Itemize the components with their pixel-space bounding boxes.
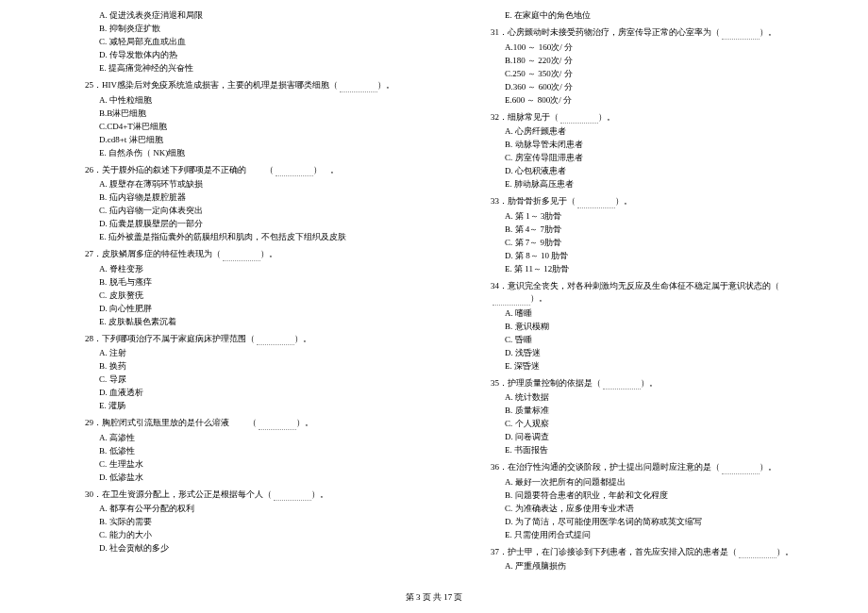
option-text: A. 腹壁存在薄弱环节或缺损 [99, 178, 406, 191]
option-text: E. 提高痛觉神经的兴奋性 [99, 62, 406, 75]
option-text: B. 疝内容物是腹腔脏器 [99, 191, 406, 205]
option-text: E. 皮肤黏膜色素沉着 [99, 316, 406, 329]
question-text: 35．护理质量控制的依据是（）。 [491, 377, 811, 390]
option-text: B. 换药 [99, 360, 406, 373]
answer-blank [275, 165, 313, 176]
option-text: E. 深昏迷 [505, 360, 811, 373]
option-text: A. 都享有公平分配的权利 [99, 503, 406, 516]
question-text: 32．细脉常见于（）。 [491, 111, 811, 124]
option-text: D. 浅昏迷 [505, 347, 811, 360]
option-text: B. 脱毛与瘙痒 [99, 276, 406, 290]
answer-blank [560, 112, 598, 124]
answer-blank [603, 378, 641, 389]
option-text: B. 问题要符合患者的职业，年龄和文化程度 [505, 489, 811, 503]
option-text: A. 注射 [99, 347, 406, 360]
option-text: C. 房室传导阻滞患者 [505, 152, 811, 165]
option-text: D. 向心性肥胖 [99, 303, 406, 316]
answer-blank [223, 250, 260, 261]
option-text: A. 严重颅脑损伤 [505, 560, 811, 573]
question-text: 25．HIV感染后对免疫系统造成损害，主要的机理是损害哪类细胞（）。 [85, 79, 406, 92]
option-text: B. 实际的需要 [99, 516, 406, 529]
option-text: D. 疝囊是腹膜壁层的一部分 [99, 218, 406, 231]
answer-blank [340, 81, 377, 92]
option-text: A. 最好一次把所有的问题都提出 [505, 476, 811, 489]
option-text: C. 能力的大小 [99, 529, 406, 542]
option-text: C.CD4+T淋巴细胞 [99, 121, 406, 134]
option-text: B. 抑制炎症扩散 [99, 23, 406, 36]
option-text: B. 动脉导管未闭患者 [505, 139, 811, 152]
option-text: D. 传导发散体内的热 [99, 49, 406, 62]
option-text: D.cd8+t 淋巴细胞 [99, 134, 406, 147]
option-text: B. 意识模糊 [505, 321, 811, 334]
option-text: D.360 ～ 600次/ 分 [505, 81, 811, 94]
option-text: C. 皮肤赘疣 [99, 290, 406, 303]
option-text: D. 心包积液患者 [505, 165, 811, 178]
option-text: D. 血液透析 [99, 387, 406, 400]
option-text: A. 中性粒细胞 [99, 94, 406, 108]
option-text: A. 心房纤颤患者 [505, 125, 811, 139]
option-text: C. 疝内容物一定向体表突出 [99, 205, 406, 218]
option-text: D. 低渗盐水 [99, 472, 406, 485]
option-text: B. 质量标准 [505, 405, 811, 418]
option-text: E.600 ～ 800次/ 分 [505, 94, 811, 108]
right-column: E. 在家庭中的角色地位31．心房颤动时未接受药物治疗，房室传导正常的心室率为（… [434, 9, 840, 573]
answer-blank [722, 28, 760, 40]
option-text: B.B淋巴细胞 [99, 108, 406, 121]
answer-blank [259, 419, 296, 430]
option-text: B. 第 4～ 7肋骨 [505, 224, 811, 237]
option-text: C. 昏睡 [505, 334, 811, 347]
option-text: C. 减轻局部充血或出血 [99, 36, 406, 49]
option-text: E. 自然杀伤（ NK)细胞 [99, 147, 406, 160]
option-text: D. 第 8～ 10 肋骨 [505, 250, 811, 263]
left-column: A. 促进浅表炎症消退和局限B. 抑制炎症扩散C. 减轻局部充血或出血D. 传导… [28, 9, 434, 573]
answer-blank [577, 197, 615, 208]
question-text: 26．关于腹外疝的叙述下列哪项是不正确的 （） 。 [85, 164, 406, 177]
question-text: 30．在卫生资源分配上，形式公正是根据每个人（）。 [85, 489, 406, 502]
question-text: 36．在治疗性沟通的交谈阶段，护士提出问题时应注意的是（）。 [491, 461, 811, 474]
option-text: D. 为了简洁，尽可能使用医学名词的简称或英文缩写 [505, 516, 811, 529]
option-text: A. 统计数据 [505, 391, 811, 405]
option-text: A. 嗜睡 [505, 307, 811, 321]
option-text: B. 低渗性 [99, 445, 406, 458]
option-text: C. 导尿 [99, 373, 406, 387]
option-text: E. 只需使用闭合式提问 [505, 529, 811, 542]
option-text: D. 社会贡献的多少 [99, 542, 406, 555]
answer-blank [722, 463, 760, 474]
question-text: 29．胸腔闭式引流瓶里放的是什么溶液 （）。 [85, 417, 406, 430]
option-text: B.180 ～ 220次/ 分 [505, 55, 811, 68]
question-text: 31．心房颤动时未接受药物治疗，房室传导正常的心室率为（）。 [491, 26, 811, 40]
question-text: 33．肋骨骨折多见于（）。 [491, 195, 811, 208]
answer-blank [274, 489, 311, 501]
question-text: 28．下列哪项治疗不属于家庭病床护理范围（）。 [85, 333, 406, 346]
option-text: A. 促进浅表炎症消退和局限 [99, 9, 406, 23]
option-text: C. 个人观察 [505, 418, 811, 431]
option-text: E. 灌肠 [99, 400, 406, 413]
option-text: A. 脊柱变形 [99, 263, 406, 276]
option-text: E. 第 11～ 12肋骨 [505, 263, 811, 276]
answer-blank [492, 294, 530, 306]
option-text: C. 生理盐水 [99, 458, 406, 472]
page-footer: 第 3 页 共 17 页 [0, 591, 868, 604]
option-text: A. 高渗性 [99, 432, 406, 445]
option-text: C. 第 7～ 9肋骨 [505, 237, 811, 250]
option-text: C.250 ～ 350次/ 分 [505, 68, 811, 81]
option-text: C. 为准确表达，应多使用专业术语 [505, 503, 811, 516]
option-text: E. 疝外被盖是指疝囊外的筋膜组织和肌肉，不包括皮下组织及皮肤 [99, 231, 406, 244]
answer-blank [257, 334, 294, 345]
option-text: E. 肺动脉高压患者 [505, 178, 811, 191]
answer-blank [739, 547, 776, 558]
option-text: A.100 ～ 160次/ 分 [505, 41, 811, 55]
option-text: E. 在家庭中的角色地位 [505, 9, 811, 23]
option-text: D. 问卷调查 [505, 431, 811, 444]
question-text: 37．护士甲，在门诊接诊到下列患者，首先应安排入院的患者是（）。 [491, 546, 811, 559]
question-text: 27．皮肤鳞屑多症的特征性表现为（）。 [85, 248, 406, 261]
question-text: 34．意识完全丧失，对各种刺激均无反应及生命体征不稳定属于意识状态的（）。 [491, 280, 811, 306]
option-text: E. 书面报告 [505, 444, 811, 457]
option-text: A. 第 1～ 3肋骨 [505, 210, 811, 224]
